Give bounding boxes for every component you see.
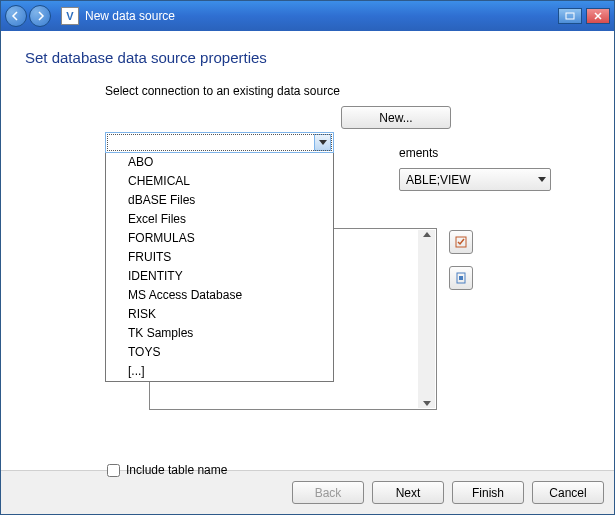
scrollbar[interactable] (418, 230, 435, 408)
dropdown-item[interactable]: MS Access Database (106, 286, 333, 305)
maximize-button[interactable] (558, 8, 582, 24)
chevron-down-icon (538, 177, 546, 182)
app-icon: V (61, 7, 79, 25)
dropdown-item[interactable]: Excel Files (106, 210, 333, 229)
scroll-down-icon (423, 401, 431, 406)
dropdown-item[interactable]: ABO (106, 153, 333, 172)
include-table-label: Include table name (126, 463, 227, 477)
finish-button[interactable]: Finish (452, 481, 524, 504)
elements-combo[interactable]: ABLE;VIEW (399, 168, 551, 191)
dropdown-item[interactable]: RISK (106, 305, 333, 324)
forward-nav-button[interactable] (29, 5, 51, 27)
svg-rect-3 (459, 276, 463, 280)
dropdown-item[interactable]: TOYS (106, 343, 333, 362)
dropdown-item[interactable]: FRUITS (106, 248, 333, 267)
dropdown-item[interactable]: [...] (106, 362, 333, 381)
new-button[interactable]: New... (341, 106, 451, 129)
titlebar: V New data source (1, 1, 614, 31)
include-table-checkbox[interactable] (107, 464, 120, 477)
connection-label: Select connection to an existing data so… (105, 84, 592, 98)
dropdown-item[interactable]: IDENTITY (106, 267, 333, 286)
connection-dropdown-list: ABOCHEMICALdBASE FilesExcel FilesFORMULA… (105, 153, 334, 382)
svg-rect-0 (566, 13, 574, 19)
connection-combo-open: ABOCHEMICALdBASE FilesExcel FilesFORMULA… (105, 132, 334, 382)
side-buttons (449, 230, 473, 290)
select-all-button[interactable] (449, 230, 473, 254)
back-nav-button[interactable] (5, 5, 27, 27)
chevron-down-icon (319, 140, 327, 145)
elements-value: ABLE;VIEW (406, 173, 471, 187)
close-button[interactable] (586, 8, 610, 24)
dropdown-item[interactable]: dBASE Files (106, 191, 333, 210)
footer: Back Next Finish Cancel (1, 470, 614, 514)
window-controls (558, 8, 610, 24)
window-title: New data source (85, 9, 558, 23)
combo-arrow-button[interactable] (314, 134, 331, 151)
cancel-button[interactable]: Cancel (532, 481, 604, 504)
deselect-all-button[interactable] (449, 266, 473, 290)
dropdown-item[interactable]: FORMULAS (106, 229, 333, 248)
back-button: Back (292, 481, 364, 504)
scroll-up-icon (423, 232, 431, 237)
dialog-window: V New data source Set database data sour… (0, 0, 615, 515)
page-title: Set database data source properties (25, 49, 592, 66)
dropdown-item[interactable]: TK Samples (106, 324, 333, 343)
include-table-row: Include table name (107, 463, 227, 477)
next-button[interactable]: Next (372, 481, 444, 504)
elements-label-partial: ements (399, 146, 438, 160)
connection-combo[interactable] (105, 132, 334, 153)
dropdown-item[interactable]: CHEMICAL (106, 172, 333, 191)
